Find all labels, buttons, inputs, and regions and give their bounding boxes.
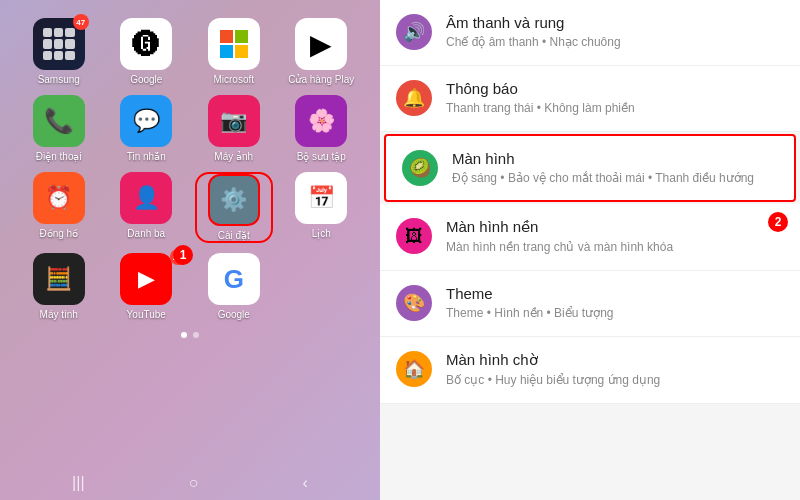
notifications-text: Thông báo Thanh trang thái • Không làm p… [446, 80, 784, 117]
calculator-label: Máy tính [40, 309, 78, 320]
homescreen-text: Màn hình chờ Bố cục • Huy hiệu biểu tượn… [446, 351, 784, 389]
settings-item-notifications[interactable]: 🔔 Thông báo Thanh trang thái • Không làm… [380, 66, 800, 132]
homescreen-title: Màn hình chờ [446, 351, 784, 369]
sound-icon: 🔊 [396, 14, 432, 50]
google-label: Google [130, 74, 162, 85]
sound-title: Âm thanh và rung [446, 14, 784, 31]
settings-panel: 🔊 Âm thanh và rung Chế độ âm thanh • Nhạ… [380, 0, 800, 500]
app-store[interactable]: ▶ Cửa hàng Play [283, 18, 361, 85]
display-title: Màn hình [452, 150, 778, 167]
app-clock[interactable]: ⏰ Đồng hồ [20, 172, 98, 243]
wallpaper-icon: 🖼 [396, 218, 432, 254]
dot-1 [181, 332, 187, 338]
calendar-label: Lịch [312, 228, 331, 239]
svg-rect-3 [235, 45, 248, 58]
app-settings[interactable]: ⚙️ Cài đặt [195, 172, 273, 243]
settings-item-sound[interactable]: 🔊 Âm thanh và rung Chế độ âm thanh • Nhạ… [380, 0, 800, 66]
app-calendar[interactable]: 📅 Lịch [283, 172, 361, 243]
notifications-subtitle: Thanh trang thái • Không làm phiền [446, 100, 784, 117]
theme-subtitle: Theme • Hình nền • Biểu tượng [446, 305, 784, 322]
messages-label: Tin nhắn [127, 151, 166, 162]
phone-label: Điện thoại [36, 151, 82, 162]
theme-title: Theme [446, 285, 784, 302]
nav-bar: ||| ○ ‹ [20, 464, 360, 500]
display-icon: 🥝 [402, 150, 438, 186]
app-contacts[interactable]: 👤 Danh ba [108, 172, 186, 243]
clock-label: Đồng hồ [39, 228, 78, 239]
page-dots [181, 332, 199, 338]
app-empty [283, 253, 361, 320]
settings-item-display[interactable]: 🥝 Màn hình Độ sáng • Bảo vệ cho mắt thoả… [384, 134, 796, 203]
samsung-badge: 47 [73, 14, 89, 30]
app-phone[interactable]: 📞 Điện thoại [20, 95, 98, 162]
wallpaper-subtitle: Màn hình nền trang chủ và màn hình khóa [446, 239, 784, 256]
step2-indicator: 2 [768, 212, 788, 232]
sound-text: Âm thanh và rung Chế độ âm thanh • Nhạc … [446, 14, 784, 51]
dot-2 [193, 332, 199, 338]
app-youtube[interactable]: ▶ 224 YouTube 1 [108, 253, 186, 320]
phone-screen: 47 Samsung 🅖 Google Microsoft ▶ Cửa hàng… [0, 0, 380, 500]
app-gallery[interactable]: 🌸 Bộ sưu tập [283, 95, 361, 162]
app-camera[interactable]: 📷 Máy ảnh [195, 95, 273, 162]
display-subtitle: Độ sáng • Bảo vệ cho mắt thoải mái • Tha… [452, 170, 778, 187]
app-samsung[interactable]: 47 Samsung [20, 18, 98, 85]
settings-item-theme[interactable]: 🎨 Theme Theme • Hình nền • Biểu tượng [380, 271, 800, 337]
notifications-icon: 🔔 [396, 80, 432, 116]
svg-rect-0 [220, 30, 233, 43]
settings-item-homescreen[interactable]: 🏠 Màn hình chờ Bố cục • Huy hiệu biểu tư… [380, 337, 800, 404]
sound-subtitle: Chế độ âm thanh • Nhạc chuông [446, 34, 784, 51]
contacts-label: Danh ba [127, 228, 165, 239]
svg-rect-2 [220, 45, 233, 58]
app-microsoft[interactable]: Microsoft [195, 18, 273, 85]
app-messages[interactable]: 💬 Tin nhắn [108, 95, 186, 162]
app-calculator[interactable]: 🧮 Máy tính [20, 253, 98, 320]
nav-back[interactable]: ‹ [303, 474, 308, 492]
theme-text: Theme Theme • Hình nền • Biểu tượng [446, 285, 784, 322]
app-google[interactable]: 🅖 Google [108, 18, 186, 85]
wallpaper-text: Màn hình nền Màn hình nền trang chủ và m… [446, 218, 784, 256]
notifications-title: Thông báo [446, 80, 784, 97]
microsoft-label: Microsoft [213, 74, 254, 85]
homescreen-icon: 🏠 [396, 351, 432, 387]
app-googleg[interactable]: G Google [195, 253, 273, 320]
theme-icon: 🎨 [396, 285, 432, 321]
gallery-label: Bộ sưu tập [297, 151, 346, 162]
googleg-label: Google [218, 309, 250, 320]
settings-item-wallpaper[interactable]: 🖼 Màn hình nền Màn hình nền trang chủ và… [380, 204, 800, 271]
nav-recent[interactable]: ||| [72, 474, 84, 492]
camera-label: Máy ảnh [214, 151, 253, 162]
step1-indicator: 1 [173, 245, 193, 265]
store-label: Cửa hàng Play [288, 74, 354, 85]
samsung-label: Samsung [38, 74, 80, 85]
nav-home[interactable]: ○ [189, 474, 199, 492]
svg-rect-1 [235, 30, 248, 43]
display-text: Màn hình Độ sáng • Bảo vệ cho mắt thoải … [452, 150, 778, 187]
wallpaper-title: Màn hình nền [446, 218, 784, 236]
settings-label: Cài đặt [218, 230, 250, 241]
homescreen-subtitle: Bố cục • Huy hiệu biểu tượng ứng dụng [446, 372, 784, 389]
app-grid-row1: 47 Samsung 🅖 Google Microsoft ▶ Cửa hàng… [20, 18, 360, 320]
youtube-label: YouTube [127, 309, 166, 320]
